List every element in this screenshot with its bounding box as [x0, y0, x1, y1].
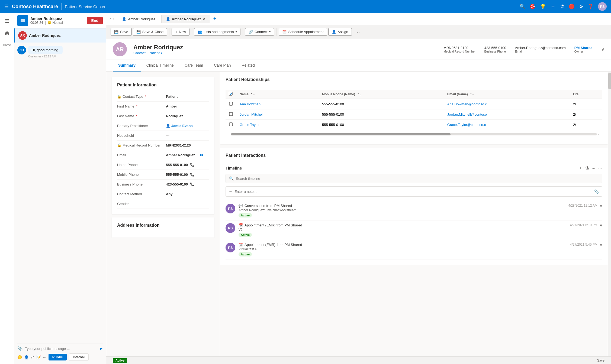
email-icon[interactable]: ✉ — [200, 153, 203, 157]
phone-icon-2[interactable]: 📞 — [190, 173, 194, 177]
svg-rect-0 — [21, 19, 25, 22]
phone-icon-3[interactable]: 📞 — [190, 182, 194, 186]
col-mobile[interactable]: Mobile Phone (Name) ⌃⌄ — [319, 90, 444, 99]
relationships-section: Patient Relationships ⋯ — [220, 72, 608, 144]
bulb-icon[interactable]: 💡 — [540, 4, 546, 9]
timeline-expand-1[interactable]: ∨ — [600, 204, 602, 208]
patient-fields: MRN2631-2120 Medical Record Number 423-5… — [443, 46, 593, 53]
table-row: Ana Bowman 555-555-0100 Ana.Bowman@conto… — [226, 99, 602, 109]
row2-name[interactable]: Jordan Mitchell — [236, 109, 319, 120]
scroll-right-icon[interactable]: › — [598, 132, 599, 136]
col-name[interactable]: Name ⌃⌄ — [236, 90, 319, 99]
forward-icon[interactable]: › — [113, 17, 114, 21]
row1-check[interactable] — [226, 99, 236, 109]
phone-icon-1[interactable]: 📞 — [190, 163, 194, 167]
expand-button[interactable]: ∨ — [601, 47, 604, 52]
svg-rect-4 — [229, 123, 233, 126]
field-household: Household --- — [117, 131, 209, 141]
tab-add-button[interactable]: + — [211, 16, 218, 22]
tab-2[interactable]: 👤 Amber Rodriquez ✕ — [161, 15, 210, 23]
settings-icon[interactable]: ⚙ — [579, 4, 583, 9]
send-icon[interactable]: ➤ — [99, 346, 103, 351]
chat-messages: CU Hi, good morning. Customer · 12:12 AM — [17, 46, 103, 343]
timeline-filter-icon[interactable]: ⚗ — [585, 165, 589, 171]
new-button[interactable]: + New — [172, 28, 189, 36]
save-close-button[interactable]: 💾 Save & Close — [133, 28, 167, 36]
left-sidebar: ☰ Home — [0, 13, 14, 364]
chat-input[interactable] — [25, 346, 97, 352]
internal-button[interactable]: Internal — [69, 353, 89, 361]
end-button[interactable]: End — [87, 17, 103, 24]
nav-tab-careplan[interactable]: Care Plan — [208, 60, 236, 72]
patient-header: AR Amber Rodriquez Contact · Patient ▾ M… — [106, 39, 611, 60]
timeline-add-icon[interactable]: + — [579, 165, 582, 171]
tab-1[interactable]: 👤 Amber Rodriquez — [117, 15, 160, 23]
row2-email[interactable]: Jordan.Mitchell@contoso — [444, 109, 570, 120]
right-scrollbar[interactable] — [608, 72, 611, 356]
target-icon[interactable]: 🎯 — [530, 4, 536, 9]
timeline-more-icon[interactable]: ⋯ — [598, 165, 602, 171]
lists-chevron: ▾ — [236, 30, 237, 33]
tab-2-close[interactable]: ✕ — [203, 17, 205, 21]
help-icon[interactable]: ❓ — [588, 4, 594, 9]
row3-check[interactable] — [226, 120, 236, 130]
timeline-expand-3[interactable]: ∨ — [600, 243, 602, 247]
relationships-more-button[interactable]: ⋯ — [597, 79, 602, 85]
search-icon[interactable]: 🔍 — [519, 4, 525, 9]
notification-icon[interactable]: 🔴 — [569, 4, 575, 9]
add-icon[interactable]: ＋ — [550, 3, 556, 10]
timeline-expand-2[interactable]: ∨ — [600, 223, 602, 227]
note-input-area: ✏ 📎 — [226, 186, 602, 197]
row1-email[interactable]: Ana.Bowman@contoso.c — [444, 99, 570, 109]
sidebar-home-label[interactable]: Home — [2, 40, 12, 50]
save-button[interactable]: 💾 Save — [111, 28, 132, 36]
transfer-icon[interactable]: ⇄ — [31, 355, 34, 359]
more-options-button[interactable]: ⋯ — [353, 27, 362, 37]
attach-note-icon[interactable]: 📎 — [594, 189, 599, 194]
note-input[interactable] — [234, 190, 592, 194]
field-contact-type: 🔒 Contact Type * Patient — [117, 92, 209, 102]
connect-button[interactable]: 🔗 Connect ▾ — [245, 28, 274, 36]
row3-email[interactable]: Grace.Taylor@contoso.c — [444, 120, 570, 130]
more-chat-icon[interactable]: ··· — [43, 355, 46, 359]
type-chevron[interactable]: ▾ — [161, 51, 162, 54]
timeline-search-input[interactable] — [236, 177, 599, 181]
schedule-button[interactable]: 📅 Schedule Appointment — [279, 28, 327, 36]
notes-icon[interactable]: 📝 — [36, 355, 41, 359]
active-user-row[interactable]: AR Amber Rodriquez — [14, 28, 106, 43]
status-bar: Active Save — [106, 356, 611, 364]
lists-button[interactable]: 👥 Lists and segments ▾ — [194, 28, 240, 36]
timeline-list-icon[interactable]: ≡ — [592, 165, 595, 171]
scrollbar-thumb[interactable] — [608, 73, 611, 89]
svg-rect-1 — [229, 92, 232, 95]
row1-name[interactable]: Ana Bowman — [236, 99, 319, 109]
table-row: Grace Taylor 555-555-0100 Grace.Taylor@c… — [226, 120, 602, 130]
timeline-avatar-3: PS — [226, 243, 235, 252]
relationships-header: Patient Relationships ⋯ — [226, 77, 602, 86]
hamburger-icon[interactable]: ☰ — [4, 4, 9, 9]
emoji-icon[interactable]: 😊 — [17, 355, 22, 359]
lock-icon-1: 🔒 — [117, 95, 121, 99]
col-email[interactable]: Email (Name) ⌃⌄ — [444, 90, 570, 99]
filter-icon[interactable]: ⚗ — [560, 4, 564, 9]
nav-tab-related[interactable]: Related — [236, 60, 260, 72]
public-button[interactable]: Public — [49, 354, 67, 360]
assign-button[interactable]: 👤 Assign — [328, 28, 352, 36]
nav-tab-summary[interactable]: Summary — [113, 60, 141, 72]
person-icon[interactable]: 👤 — [24, 355, 29, 359]
sort-icon-email: ⌃⌄ — [470, 93, 474, 96]
chat-area: CU Hi, good morning. Customer · 12:12 AM… — [14, 43, 106, 364]
field-mrn: 🔒 Medical Record Number MRN2631-2120 — [117, 141, 209, 150]
row3-name[interactable]: Grace Taylor — [236, 120, 319, 130]
sidebar-menu-icon[interactable]: ☰ — [2, 16, 12, 26]
scroll-left-icon[interactable]: ‹ — [229, 132, 230, 136]
row3-date: 2/ — [570, 120, 602, 130]
sidebar-home-icon[interactable] — [2, 28, 12, 38]
nav-tab-careteam[interactable]: Care Team — [179, 60, 208, 72]
row2-check[interactable] — [226, 109, 236, 120]
back-icon[interactable]: ‹ — [110, 17, 111, 21]
user-avatar[interactable]: PS — [598, 2, 607, 11]
timeline-content-2: 📅 Appointment (EMR) from PM Shared V2 Ac… — [239, 223, 567, 237]
attachment-icon[interactable]: 📎 — [17, 346, 23, 351]
nav-tab-clinical[interactable]: Clinical Timeline — [141, 60, 179, 72]
